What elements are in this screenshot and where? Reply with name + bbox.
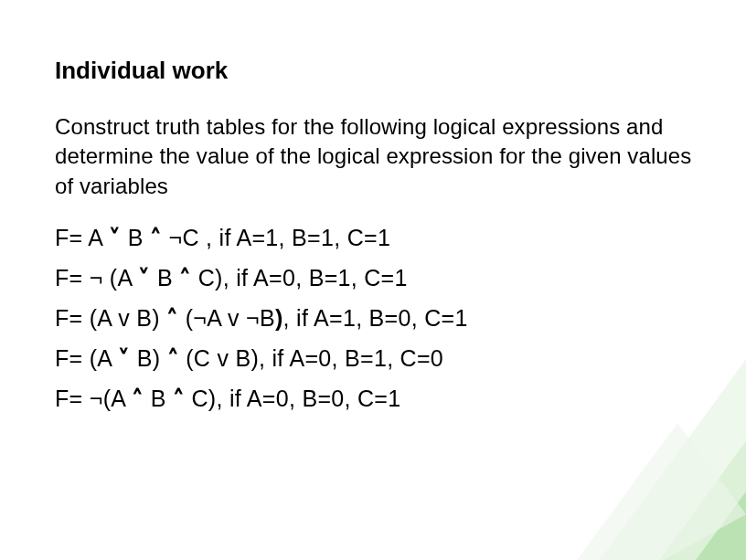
expression-3: F= (A v B) ˄ (¬A v ¬B), if A=1, B=0, C=1 — [55, 305, 700, 332]
slide-content: Individual work Construct truth tables f… — [0, 0, 746, 462]
svg-marker-2 — [696, 491, 746, 560]
heading: Individual work — [55, 57, 700, 85]
expression-4: F= (A ˅ B) ˄ (C v B), if A=0, B=1, C=0 — [55, 345, 700, 372]
expression-2: F= ¬ (A ˅ B ˄ C), if A=0, B=1, C=1 — [55, 265, 700, 291]
expression-1: F= A ˅ B ˄ ¬C , if A=1, B=1, C=1 — [55, 225, 700, 251]
expression-list: F= A ˅ B ˄ ¬C , if A=1, B=1, C=1 F= ¬ (A… — [55, 225, 700, 412]
instruction-text: Construct truth tables for the following… — [55, 112, 700, 201]
expression-5: F= ¬(A ˄ B ˄ C), if A=0, B=0, C=1 — [55, 386, 700, 412]
